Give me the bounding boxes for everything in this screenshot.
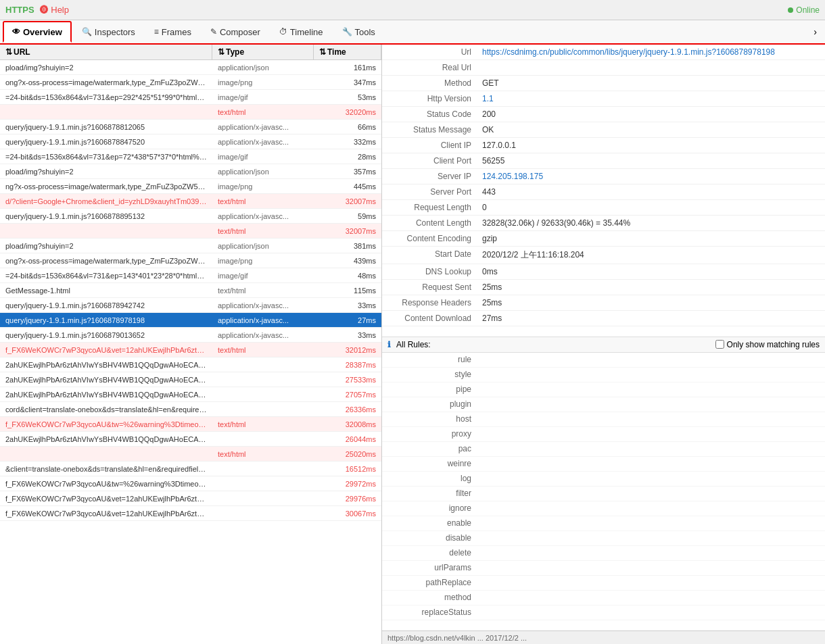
request-list: pload/img?shuiyin=2application/json161ms…	[0, 60, 381, 521]
table-row[interactable]: =24-bit&ds=1536x864&vl=731&ep=72*438*57*…	[0, 149, 381, 164]
req-type: image/png	[212, 180, 314, 193]
table-row[interactable]: &client=translate-onebox&ds=translate&hl…	[0, 462, 381, 476]
timeline-icon: ⏱	[279, 27, 287, 36]
col-header-url[interactable]: ⇅ URL	[0, 45, 212, 59]
detail-row: Server IP124.205.198.175	[382, 169, 825, 184]
tab-frames[interactable]: ≡ Frames	[145, 21, 200, 43]
table-row[interactable]: query/jquery-1.9.1.min.js?1606878978198a…	[0, 313, 381, 328]
table-row[interactable]: =24-bit&ds=1536x864&vl=731&ep=292*425*51…	[0, 90, 381, 105]
req-url: query/jquery-1.9.1.min.js?1606878978198	[0, 314, 212, 326]
tab-timeline[interactable]: ⏱ Timeline	[270, 21, 332, 43]
table-row[interactable]: pload/img?shuiyin=2application/json381ms	[0, 239, 381, 253]
detail-label: Status Message	[382, 122, 477, 137]
table-row[interactable]: query/jquery-1.9.1.min.js?1606879013652a…	[0, 328, 381, 343]
rule-row: enable	[382, 516, 825, 531]
tab-inspectors[interactable]: 🔍 Inspectors	[73, 21, 144, 43]
req-type: application/x-javasc...	[212, 314, 314, 326]
req-type: application/x-javasc...	[212, 210, 314, 222]
table-row[interactable]: ong?x-oss-process=image/watermark,type_Z…	[0, 75, 381, 90]
detail-value: 25ms	[477, 295, 825, 310]
table-row[interactable]: text/html32020ms	[0, 105, 381, 120]
table-row[interactable]: 2ahUKEwjlhPbAr6ztAhVIwYsBHV4WB1QQqDgwAHo…	[0, 357, 381, 372]
rule-label: replaceStatus	[382, 605, 477, 619]
detail-label: Request Sent	[382, 280, 477, 295]
table-row[interactable]: cord&client=translate-onebox&ds=translat…	[0, 402, 381, 417]
table-row[interactable]: ng?x-oss-process=image/watermark,type_Zm…	[0, 179, 381, 194]
rule-label: host	[382, 412, 477, 426]
table-row[interactable]: ong?x-oss-process=image/watermark,type_Z…	[0, 253, 381, 268]
table-row[interactable]: GetMessage-1.htmltext/html115ms	[0, 283, 381, 298]
table-row[interactable]: f_FX6WeKOWCr7wP3qycoAU&vet=12ahUKEwjlhPb…	[0, 343, 381, 357]
table-row[interactable]: text/html25020ms	[0, 447, 381, 462]
status-text: https://blog.csdn.net/v4lkin ... 2017/12…	[387, 634, 527, 642]
rule-label: weinre	[382, 457, 477, 470]
table-row[interactable]: f_FX6WeKOWCr7wP3qycoAU&tw=%26warning%3Dt…	[0, 476, 381, 491]
detail-row: Real Url	[382, 60, 825, 76]
rule-value	[477, 372, 825, 376]
table-row[interactable]: query/jquery-1.9.1.min.js?1606878942742a…	[0, 298, 381, 313]
col-header-type[interactable]: ⇅ Type	[212, 45, 314, 59]
tab-composer[interactable]: ✎ Composer	[202, 21, 269, 43]
detail-row: Start Date2020/12/2 上午11:16:18.204	[382, 247, 825, 264]
tab-overview[interactable]: 👁 Overview	[3, 21, 72, 43]
table-row[interactable]: f_FX6WeKOWCr7wP3qycoAU&vet=12ahUKEwjlhPb…	[0, 491, 381, 506]
req-time: 26044ms	[314, 433, 381, 445]
req-type: text/html	[212, 195, 314, 207]
rule-value	[477, 580, 825, 585]
rule-label: style	[382, 368, 477, 381]
detail-row: Content Length32828(32.06k) / 92633(90.4…	[382, 216, 825, 231]
composer-icon: ✎	[210, 27, 217, 36]
detail-value: gzip	[477, 231, 825, 246]
req-time: 59ms	[314, 210, 381, 222]
rule-label: plugin	[382, 397, 477, 411]
detail-value: 32828(32.06k) / 92633(90.46k) = 35.44%	[477, 216, 825, 230]
detail-row: Urlhttps://csdnimg.cn/public/common/libs…	[382, 45, 825, 60]
rule-label: pac	[382, 442, 477, 455]
detail-label: Content Encoding	[382, 231, 477, 246]
online-dot-icon	[788, 7, 793, 13]
tab-chevron-icon[interactable]: ›	[808, 24, 822, 40]
detail-row: Response Headers25ms	[382, 295, 825, 311]
rule-row: urlParams	[382, 561, 825, 576]
main-layout: ⇅ URL ⇅ Type ⇅ Time pload/img?shuiyin=2a…	[0, 45, 825, 644]
detail-label: Client Port	[382, 153, 477, 168]
table-row[interactable]: query/jquery-1.9.1.min.js?1606878847520a…	[0, 134, 381, 149]
table-row[interactable]: query/jquery-1.9.1.min.js?1606878812065a…	[0, 120, 381, 134]
req-time: 32007ms	[314, 225, 381, 237]
rule-value	[477, 432, 825, 436]
rule-value	[477, 447, 825, 451]
table-row[interactable]: 2ahUKEwjlhPbAr6ztAhVIwYsBHV4WB1QQqDgwAHo…	[0, 387, 381, 402]
detail-value: GET	[477, 76, 825, 91]
online-label: Online	[796, 5, 820, 15]
table-row[interactable]: f_FX6WeKOWCr7wP3qycoAU&vet=12ahUKEwjlhPb…	[0, 506, 381, 521]
help-button[interactable]: ⓿ Help	[40, 5, 69, 15]
detail-value: 27ms	[477, 311, 825, 326]
tab-tools[interactable]: 🔧 Tools	[333, 21, 384, 43]
table-row[interactable]: f_FX6WeKOWCr7wP3qycoAU&tw=%26warning%3Dt…	[0, 417, 381, 432]
req-type: text/html	[212, 418, 314, 430]
table-row[interactable]: d/?client=Google+Chrome&client_id=yzhLD9…	[0, 194, 381, 209]
table-row[interactable]: =24-bit&ds=1536x864&vl=731&ep=143*401*23…	[0, 268, 381, 283]
req-url: GetMessage-1.html	[0, 284, 212, 297]
table-row[interactable]: 2ahUKEwjlhPbAr6ztAhVIwYsBHV4WB1QQqDgwAHo…	[0, 372, 381, 387]
detail-row: MethodGET	[382, 76, 825, 91]
req-type: application/x-javasc...	[212, 121, 314, 133]
table-row[interactable]: pload/img?shuiyin=2application/json357ms	[0, 164, 381, 179]
col-header-time[interactable]: ⇅ Time	[314, 45, 381, 59]
table-row[interactable]: query/jquery-1.9.1.min.js?1606878895132a…	[0, 209, 381, 224]
table-row[interactable]: pload/img?shuiyin=2application/json161ms	[0, 60, 381, 75]
rule-value	[477, 521, 825, 525]
detail-value: 25ms	[477, 280, 825, 295]
req-time: 347ms	[314, 76, 381, 89]
req-type: text/html	[212, 106, 314, 118]
rule-row: ignore	[382, 501, 825, 516]
table-row[interactable]: 2ahUKEwjlhPbAr6ztAhVIwYsBHV4WB1QQqDgwAHo…	[0, 432, 381, 447]
detail-label: Http Version	[382, 91, 477, 106]
rule-label: pipe	[382, 382, 477, 396]
req-url: =24-bit&ds=1536x864&vl=731&ep=72*438*57*…	[0, 151, 212, 163]
table-row[interactable]: text/html32007ms	[0, 224, 381, 239]
detail-row: Client Port56255	[382, 153, 825, 169]
detail-row: Status MessageOK	[382, 122, 825, 138]
detail-label: DNS Lookup	[382, 264, 477, 279]
only-matching-checkbox[interactable]	[715, 340, 724, 349]
